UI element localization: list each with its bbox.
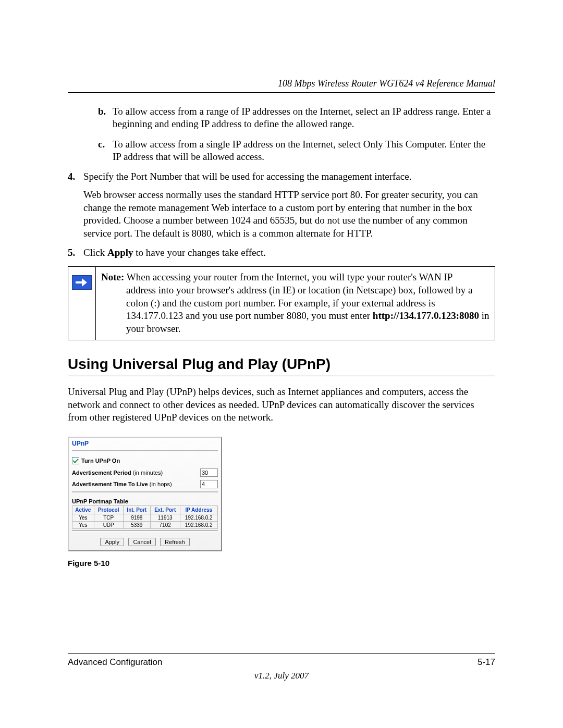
section-heading-upnp: Using Universal Plug and Play (UPnP) [68,356,495,376]
divider [72,530,218,532]
arrow-right-icon [72,275,92,290]
col-ip: IP Address [180,505,217,514]
upnp-portmap-title: UPnP Portmap Table [72,498,218,504]
numbered-item-4: 4. Specify the Port Number that will be … [68,170,495,183]
advertisement-period-input[interactable] [200,468,218,477]
note-line1: When accessing your router from the Inte… [124,272,452,282]
turn-upnp-on-label: Turn UPnP On [81,458,120,464]
note-lead-bold: Note: [101,272,124,282]
numbered-list: 4. Specify the Port Number that will be … [68,170,495,259]
cell-protocol: TCP [94,514,123,521]
advertisement-ttl-label: Advertisement Time To Live (in hops) [72,481,172,487]
note-icon-cell [68,267,96,339]
cell-active: Yes [72,521,94,528]
cell-extport: 11913 [150,514,180,521]
text-post: to have your changes take effect. [133,247,266,258]
list-marker: b. [98,105,113,131]
footer-right: 5-17 [478,657,495,668]
numbered-item-5: 5. Click Apply to have your changes take… [68,246,495,260]
upnp-button-row: Apply Cancel Refresh [72,537,218,546]
list-text: To allow access from a single IP address… [113,138,495,164]
advertisement-ttl-row: Advertisement Time To Live (in hops) [72,480,218,488]
table-row: Yes UDP 5339 7102 192.168.0.2 [72,521,218,528]
label-rest: (in hops) [148,481,172,487]
list-text: Click Apply to have your changes take ef… [83,246,266,260]
note-box: Note: When accessing your router from th… [68,266,495,340]
cell-active: Yes [72,514,94,521]
footer-row: Advanced Configuration 5-17 [68,657,495,668]
note-url-bold: http://134.177.0.123:8080 [373,310,479,321]
sub-list-item-b: b. To allow access from a range of IP ad… [98,105,495,131]
cell-intport: 5339 [123,521,150,528]
cancel-button[interactable]: Cancel [128,538,155,546]
upnp-panel-title: UPnP [72,440,218,449]
advertisement-period-label: Advertisement Period (in minutes) [72,470,163,476]
divider [72,491,218,493]
cell-protocol: UDP [94,521,123,528]
cell-intport: 9198 [123,514,150,521]
list-text: Specify the Port Number that will be use… [83,170,411,183]
advertisement-ttl-input[interactable] [200,480,218,488]
note-indent-block: address into your browser's address (in … [101,284,489,336]
list-marker: c. [98,138,113,164]
text-pre: Click [83,247,107,258]
sub-list-item-c: c. To allow access from a single IP addr… [98,138,495,164]
cell-ip: 192.168.0.2 [180,521,217,528]
cell-ip: 192.168.0.2 [180,514,217,521]
label-bold: Advertisement Time To Live [72,481,148,487]
table-row: Yes TCP 9198 11913 192.168.0.2 [72,514,218,521]
footer-version: v1.2, July 2007 [68,671,495,681]
list-marker: 5. [68,246,83,260]
advertisement-period-row: Advertisement Period (in minutes) [72,468,218,477]
page-footer: Advanced Configuration 5-17 v1.2, July 2… [68,653,495,681]
divider [72,450,218,452]
sub-list: b. To allow access from a range of IP ad… [98,105,495,163]
note-text: Note: When accessing your router from th… [96,267,495,339]
col-protocol: Protocol [94,505,123,514]
table-header-row: Active Protocol Int. Port Ext. Port IP A… [72,505,218,514]
turn-upnp-on-checkbox-row: Turn UPnP On [72,457,218,464]
col-extport: Ext. Port [150,505,180,514]
numbered-item-4-continuation: Web browser access normally uses the sta… [83,189,495,240]
list-text: To allow access from a range of IP addre… [113,105,495,131]
footer-left: Advanced Configuration [68,657,162,668]
list-marker: 4. [68,170,83,183]
apply-button[interactable]: Apply [100,538,124,546]
page-header-title: 108 Mbps Wireless Router WGT624 v4 Refer… [68,78,495,93]
col-active: Active [72,505,94,514]
label-rest: (in minutes) [131,470,163,476]
figure-caption: Figure 5-10 [68,559,495,567]
footer-divider [68,653,495,654]
upnp-panel: UPnP Turn UPnP On Advertisement Period (… [68,437,222,551]
section-body-para: Universal Plug and Play (UPnP) helps dev… [68,386,495,424]
text-bold-apply: Apply [107,247,133,258]
refresh-button[interactable]: Refresh [160,538,190,546]
document-page: 108 Mbps Wireless Router WGT624 v4 Refer… [0,0,563,728]
label-bold: Advertisement Period [72,470,131,476]
turn-upnp-on-checkbox[interactable] [72,457,79,464]
upnp-portmap-table: Active Protocol Int. Port Ext. Port IP A… [72,505,218,529]
cell-extport: 7102 [150,521,180,528]
col-intport: Int. Port [123,505,150,514]
